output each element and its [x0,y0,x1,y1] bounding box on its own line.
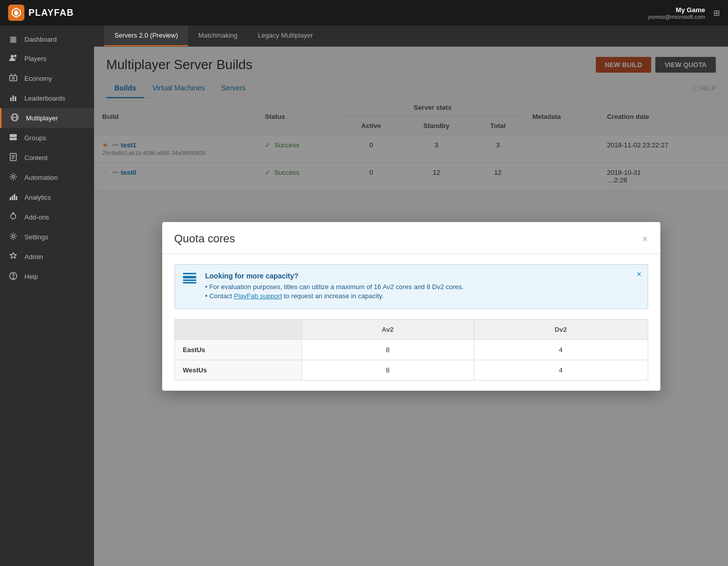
sidebar-item-players[interactable]: Players [0,49,94,69]
logo-area: PLAYFAB [8,5,74,21]
svg-rect-15 [13,138,17,140]
modal-title: Quota cores [174,232,235,245]
sidebar-label-multiplayer: Multiplayer [26,114,58,122]
tab-matchmaking[interactable]: Matchmaking [188,25,248,46]
content-icon [8,153,18,163]
svg-point-27 [13,212,14,213]
sidebar-item-analytics[interactable]: Analytics [0,187,94,207]
sidebar-label-addons: Add-ons [24,213,49,221]
sidebar-label-admin: Admin [24,253,43,261]
info-banner-item-2: • Contact PlayFab support to request an … [205,292,640,300]
user-area: My Game yomoo@microsoft.com ⊞ [648,6,720,20]
sidebar-item-groups[interactable]: Groups [0,128,94,148]
info-banner-close-button[interactable]: × [636,270,641,279]
help-icon [8,272,18,281]
tab-servers2[interactable]: Servers 2.0 (Preview) [104,25,188,46]
sidebar: ▦ Dashboard Players Economy Leaderboards [0,25,94,566]
modal-overlay[interactable]: Quota cores × [94,47,728,566]
sidebar-item-help[interactable]: Help [0,267,94,287]
quota-table: Av2 Dv2 EastUs 8 4 [174,319,648,381]
info-banner-item-1: • For evaluation purposes, titles can ut… [205,283,640,291]
quota-th-dv2: Dv2 [474,320,648,340]
playfab-support-link[interactable]: PlayFab support [234,292,282,300]
svg-rect-22 [12,196,13,200]
svg-point-30 [13,278,14,279]
svg-marker-1 [14,10,18,16]
logo-icon [8,5,24,21]
sidebar-item-leaderboards[interactable]: Leaderboards [0,88,94,108]
svg-point-2 [11,55,14,58]
sidebar-item-multiplayer[interactable]: Multiplayer [0,108,94,128]
sidebar-item-settings[interactable]: Settings [0,227,94,247]
svg-rect-24 [16,196,17,200]
game-name: My Game [648,6,705,14]
sidebar-label-dashboard: Dashboard [24,36,57,43]
sidebar-label-economy: Economy [24,75,52,82]
analytics-icon [8,193,18,202]
quota-av2-1: 8 [301,340,474,360]
quota-av2-2: 8 [301,360,474,381]
sidebar-label-settings: Settings [24,233,48,241]
quota-region-2: WestUs [174,360,301,381]
quota-region-1: EastUs [174,340,301,360]
svg-rect-34 [183,273,196,274]
automation-icon [8,173,18,182]
svg-point-25 [11,214,16,219]
svg-rect-21 [10,197,11,200]
sidebar-label-groups: Groups [24,134,46,142]
svg-rect-4 [10,76,17,81]
svg-rect-14 [10,138,13,140]
sidebar-label-automation: Automation [24,174,58,181]
sidebar-item-dashboard[interactable]: ▦ Dashboard [0,29,94,49]
sidebar-label-help: Help [24,273,38,280]
svg-rect-8 [15,97,16,101]
svg-rect-6 [10,98,12,101]
topbar: PLAYFAB My Game yomoo@microsoft.com ⊞ [0,0,728,25]
svg-rect-23 [14,194,15,200]
svg-rect-33 [183,282,196,284]
page-area: Multiplayer Server Builds NEW BUILD VIEW… [94,47,728,566]
sidebar-item-economy[interactable]: Economy [0,69,94,88]
modal-close-button[interactable]: × [642,234,648,244]
sidebar-label-analytics: Analytics [24,194,51,201]
quota-dv2-1: 4 [474,340,648,360]
quota-row-westus: WestUs 8 4 [174,360,648,381]
tab-bar: Servers 2.0 (Preview) Matchmaking Legacy… [94,25,728,47]
players-icon [8,54,18,64]
dashboard-icon: ▦ [8,35,18,44]
svg-rect-7 [13,96,14,101]
modal-header: Quota cores × [162,222,660,254]
sidebar-label-content: Content [24,154,48,162]
quota-row-eastus: EastUs 8 4 [174,340,648,360]
sidebar-item-admin[interactable]: Admin [0,247,94,267]
settings-icon [8,232,18,242]
admin-icon [8,252,18,262]
svg-rect-32 [183,279,196,281]
sidebar-item-automation[interactable]: Automation [0,168,94,187]
user-email: yomoo@microsoft.com [648,14,705,20]
leaderboards-icon [8,93,18,103]
economy-icon [8,74,18,83]
tab-legacy[interactable]: Legacy Multiplayer [248,25,323,46]
sidebar-label-leaderboards: Leaderboards [24,95,65,102]
multiplayer-icon [10,113,20,123]
svg-rect-13 [13,134,17,137]
grid-icon[interactable]: ⊞ [713,8,720,18]
svg-rect-31 [183,276,196,278]
quota-modal: Quota cores × [162,222,660,391]
quota-dv2-2: 4 [474,360,648,381]
sidebar-item-content[interactable]: Content [0,148,94,168]
quota-th-av2: Av2 [301,320,474,340]
info-banner-title: Looking for more capacity? [205,272,640,280]
addons-icon [8,212,18,222]
sidebar-label-players: Players [24,55,46,62]
groups-icon [8,133,18,143]
svg-point-5 [12,77,14,79]
modal-body: × Looking for more capacity? • For evalu… [162,254,660,391]
svg-point-28 [12,235,15,238]
svg-point-3 [14,55,17,57]
main-content: Servers 2.0 (Preview) Matchmaking Legacy… [94,25,728,566]
app-layout: ▦ Dashboard Players Economy Leaderboards [0,25,728,566]
quota-th-empty [174,320,301,340]
sidebar-item-addons[interactable]: Add-ons [0,207,94,227]
